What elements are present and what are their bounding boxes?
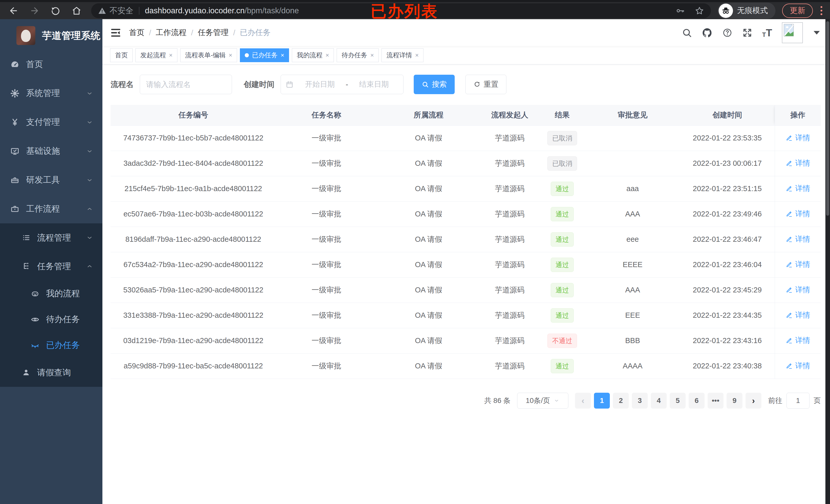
sidebar-item[interactable]: 流程管理 (0, 223, 102, 252)
sidebar-item[interactable]: 工作流程 (0, 195, 102, 223)
detail-link[interactable]: 详情 (786, 285, 810, 295)
page-button[interactable]: 1 (594, 393, 610, 409)
detail-link[interactable]: 详情 (786, 209, 810, 219)
sidebar-item[interactable]: 请假查询 (0, 358, 102, 387)
tab-close-icon[interactable]: × (415, 52, 419, 59)
detail-link[interactable]: 详情 (786, 183, 810, 194)
page-content: 流程名 创建时间 开始日期 - 结束日期 搜索 (102, 64, 830, 504)
goto-page-input[interactable] (787, 393, 809, 409)
bookmark-star-icon[interactable] (695, 6, 704, 15)
breadcrumb-item[interactable]: 工作流程 (156, 27, 186, 38)
tab[interactable]: 首页 (110, 48, 133, 62)
status-badge: 通过 (551, 182, 574, 196)
tab[interactable]: 我的流程 × (292, 48, 334, 62)
reset-button[interactable]: 重置 (466, 75, 506, 94)
page-button[interactable]: 9 (727, 393, 742, 409)
sidebar-item[interactable]: 已办任务 (0, 332, 102, 358)
detail-link-label: 详情 (795, 234, 810, 244)
page-button[interactable]: 5 (670, 393, 685, 409)
task-name-cell: 一级审批 (276, 201, 377, 227)
detail-link[interactable]: 详情 (786, 133, 810, 143)
next-page-button[interactable]: › (745, 393, 761, 409)
date-end-placeholder[interactable]: 结束日期 (349, 79, 398, 90)
page-button[interactable]: ••• (708, 393, 724, 409)
avatar[interactable] (782, 22, 803, 43)
monitor-icon (10, 146, 20, 156)
breadcrumb-item[interactable]: 首页 (129, 27, 145, 38)
page-button[interactable]: 3 (632, 393, 648, 409)
tab[interactable]: 待办任务 × (337, 48, 379, 62)
page-button[interactable]: 2 (613, 393, 629, 409)
detail-link[interactable]: 详情 (786, 158, 810, 168)
date-range-picker[interactable]: 开始日期 - 结束日期 (281, 75, 404, 94)
page-button[interactable]: 4 (651, 393, 667, 409)
tab-close-icon[interactable]: × (281, 52, 284, 59)
detail-link[interactable]: 详情 (786, 361, 810, 371)
tab-close-icon[interactable]: × (325, 52, 329, 59)
breadcrumb-item[interactable]: 任务管理 (198, 27, 229, 38)
sidebar-toggle-icon[interactable] (110, 27, 121, 38)
security-label[interactable]: 不安全 (109, 5, 133, 16)
sidebar-item[interactable]: 首页 (0, 50, 102, 79)
tab[interactable]: 流程详情 × (381, 48, 423, 62)
process-name-input[interactable] (140, 75, 232, 94)
scrollbar[interactable] (825, 19, 830, 504)
tab[interactable]: 发起流程 × (135, 48, 178, 62)
tab[interactable]: 流程表单-编辑 × (180, 48, 237, 62)
breadcrumb-item[interactable]: 已办任务 (240, 27, 270, 38)
forward-icon[interactable] (28, 4, 41, 17)
tab-close-icon[interactable]: × (370, 52, 374, 59)
url-host[interactable]: dashboard.yudao.iocoder.cn (145, 6, 245, 15)
help-icon[interactable] (722, 28, 732, 38)
browser-menu-icon[interactable] (818, 5, 825, 16)
key-icon[interactable] (676, 6, 685, 15)
home-icon[interactable] (70, 4, 83, 17)
status-badge: 通过 (551, 283, 574, 297)
sidebar-item[interactable]: 研发工具 (0, 166, 102, 195)
prev-page-button[interactable]: ‹ (575, 393, 591, 409)
sidebar-item[interactable]: 待办任务 (0, 306, 102, 332)
calendar-icon (285, 80, 294, 89)
detail-link[interactable]: 详情 (786, 310, 810, 320)
scrollbar-thumb[interactable] (826, 21, 829, 216)
app-title: 芋道管理系统 (42, 29, 100, 42)
table-row: 53026aa5-7b9a-11ec-a290-acde48001122 一级审… (110, 277, 821, 303)
sidebar-item-label: 基础设施 (26, 145, 60, 157)
sidebar-item[interactable]: 任务管理 (0, 252, 102, 281)
font-size-icon[interactable]: TT (762, 28, 772, 38)
search-icon[interactable] (682, 28, 692, 38)
tab[interactable]: 已办任务 × (240, 48, 289, 62)
page-button[interactable]: 6 (689, 393, 705, 409)
github-icon[interactable] (702, 27, 712, 38)
col-task-name: 任务名称 (276, 105, 377, 125)
page-size-select[interactable]: 10条/页 (517, 393, 568, 409)
detail-link[interactable]: 详情 (786, 234, 810, 244)
tab-close-icon[interactable]: × (169, 52, 172, 59)
fullscreen-icon[interactable] (742, 28, 753, 38)
reload-icon[interactable] (49, 4, 62, 17)
tab-label: 已办任务 (252, 51, 278, 59)
date-start-placeholder[interactable]: 开始日期 (295, 79, 345, 90)
url-path[interactable]: /bpm/task/done (245, 6, 299, 15)
col-actions: 操作 (775, 105, 821, 125)
sidebar-item[interactable]: 支付管理 (0, 108, 102, 137)
edit-icon (786, 286, 793, 294)
sidebar-item[interactable]: 我的流程 (0, 281, 102, 306)
sidebar-logo[interactable]: 芋道管理系统 (0, 21, 102, 50)
sidebar-item[interactable]: 系统管理 (0, 79, 102, 108)
result-cell: 通过 (539, 176, 585, 201)
sidebar-item-label: 已办任务 (46, 339, 80, 351)
search-button[interactable]: 搜索 (414, 75, 455, 94)
detail-link-label: 详情 (795, 310, 810, 320)
sidebar-item[interactable]: 基础设施 (0, 137, 102, 166)
process-cell: OA 请假 (377, 151, 480, 176)
update-button[interactable]: 更新 (782, 4, 813, 18)
opinion-cell: EEEE (585, 252, 680, 277)
task-name-cell: 一级审批 (276, 125, 377, 151)
edit-icon (786, 362, 793, 369)
tab-close-icon[interactable]: × (229, 52, 232, 59)
avatar-caret-icon[interactable] (813, 31, 820, 35)
detail-link[interactable]: 详情 (786, 260, 810, 270)
detail-link[interactable]: 详情 (786, 335, 810, 346)
back-icon[interactable] (7, 4, 20, 17)
